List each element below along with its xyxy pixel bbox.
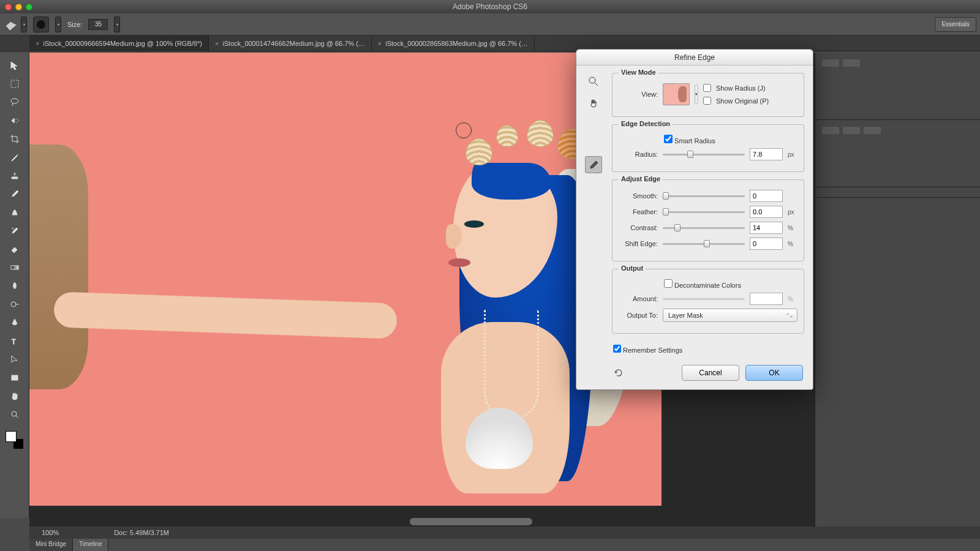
smooth-input[interactable] xyxy=(750,190,783,202)
refine-edge-dialog: Refine Edge View Mode View: ▾ Show Radiu… xyxy=(576,49,813,390)
dodge-tool-icon[interactable] xyxy=(6,296,24,312)
clone-stamp-tool-icon[interactable] xyxy=(6,204,24,220)
brush-tool-icon[interactable] xyxy=(6,186,24,202)
layers-panel[interactable] xyxy=(815,187,980,198)
zoom-tool-icon[interactable] xyxy=(6,407,24,422)
document-tab[interactable]: × iStock_000009666594Medium.jpg @ 100% (… xyxy=(29,36,209,51)
radius-slider[interactable] xyxy=(663,150,745,159)
color-panel[interactable] xyxy=(815,53,980,120)
shift-edge-label: Shift Edge: xyxy=(619,240,658,247)
edge-detection-group: Edge Detection Smart Radius Radius: px xyxy=(612,124,804,172)
document-canvas[interactable] xyxy=(29,53,662,506)
tool-preset-dropdown[interactable]: ▾ xyxy=(21,17,27,32)
radius-unit: px xyxy=(788,151,797,158)
horizontal-scrollbar[interactable] xyxy=(410,518,532,525)
view-label: View: xyxy=(619,91,658,98)
shift-edge-input[interactable] xyxy=(750,238,783,250)
history-brush-tool-icon[interactable] xyxy=(6,223,24,239)
tool-preset-icon[interactable] xyxy=(4,18,17,31)
rectangle-tool-icon[interactable] xyxy=(6,370,24,386)
image-content xyxy=(29,53,662,506)
show-original-checkbox[interactable]: Show Original (P) xyxy=(703,97,797,105)
shift-edge-slider[interactable] xyxy=(663,239,745,248)
zoom-tool-icon[interactable] xyxy=(585,73,602,90)
smooth-slider[interactable] xyxy=(663,192,745,200)
gradient-tool-icon[interactable] xyxy=(6,260,24,276)
dialog-tool-column xyxy=(585,73,606,381)
timeline-tab[interactable]: Timeline xyxy=(73,539,108,551)
output-group: Output Decontaminate Colors Amount: % Ou… xyxy=(612,269,804,334)
brush-preview[interactable] xyxy=(33,17,49,32)
output-to-select[interactable]: Layer Mask xyxy=(663,309,797,322)
workspace-switcher[interactable]: Essentials xyxy=(935,17,976,32)
quick-select-tool-icon[interactable] xyxy=(6,113,24,129)
right-panel-dock xyxy=(815,53,980,527)
feather-input[interactable] xyxy=(750,206,783,218)
path-select-tool-icon[interactable] xyxy=(6,351,24,367)
brush-size-input[interactable] xyxy=(88,19,108,30)
foreground-color[interactable] xyxy=(6,431,17,442)
radius-label: Radius: xyxy=(619,151,658,158)
feather-unit: px xyxy=(788,209,797,216)
lasso-tool-icon[interactable] xyxy=(6,94,24,110)
close-tab-icon[interactable]: × xyxy=(36,40,39,47)
view-mode-legend: View Mode xyxy=(619,69,658,76)
svg-point-1 xyxy=(11,99,18,103)
radius-input[interactable] xyxy=(750,148,783,160)
svg-rect-7 xyxy=(12,375,18,380)
contrast-slider[interactable] xyxy=(663,223,745,232)
view-mode-thumbnail[interactable] xyxy=(663,83,690,105)
feather-slider[interactable] xyxy=(663,208,745,216)
document-tab-label: iStock_000002865863Medium.jpg @ 66.7% (… xyxy=(385,40,528,47)
minimize-window-icon[interactable] xyxy=(15,4,22,10)
document-tab[interactable]: × iStock_000002865863Medium.jpg @ 66.7% … xyxy=(372,36,535,51)
svg-rect-4 xyxy=(11,266,18,269)
amount-unit: % xyxy=(788,296,797,302)
amount-slider xyxy=(663,294,745,303)
contrast-unit: % xyxy=(788,225,797,231)
refine-radius-tool-icon[interactable] xyxy=(585,156,602,173)
move-tool-icon[interactable] xyxy=(6,58,24,73)
close-window-icon[interactable] xyxy=(5,4,12,10)
zoom-window-icon[interactable] xyxy=(26,4,32,10)
pen-tool-icon[interactable] xyxy=(6,315,24,331)
remember-settings-checkbox[interactable]: Remember Settings xyxy=(613,345,682,354)
svg-rect-0 xyxy=(11,80,18,88)
smart-radius-checkbox[interactable]: Smart Radius xyxy=(664,135,715,144)
svg-rect-3 xyxy=(12,177,18,179)
blur-tool-icon[interactable] xyxy=(6,278,24,294)
footer-tabs: Mini Bridge Timeline xyxy=(29,539,108,551)
eraser-tool-icon[interactable] xyxy=(6,241,24,257)
document-tab[interactable]: × iStock_000014746662Medium.jpg @ 66.7% … xyxy=(209,36,372,51)
healing-brush-tool-icon[interactable] xyxy=(6,168,24,184)
amount-input xyxy=(750,293,783,305)
reset-icon[interactable] xyxy=(613,367,624,378)
hand-tool-icon[interactable] xyxy=(585,95,602,112)
shift-edge-unit: % xyxy=(788,241,797,247)
edge-detection-legend: Edge Detection xyxy=(619,120,673,127)
brush-size-dropdown[interactable]: ▾ xyxy=(114,17,120,32)
mini-bridge-tab[interactable]: Mini Bridge xyxy=(29,539,73,551)
zoom-level[interactable]: 100% xyxy=(42,529,59,536)
decontaminate-checkbox[interactable]: Decontaminate Colors xyxy=(664,279,741,289)
view-mode-dropdown[interactable]: ▾ xyxy=(695,84,698,104)
eyedropper-tool-icon[interactable] xyxy=(6,149,24,165)
type-tool-icon[interactable]: T xyxy=(6,333,24,349)
brush-preset-dropdown[interactable]: ▾ xyxy=(55,17,61,32)
crop-tool-icon[interactable] xyxy=(6,131,24,147)
hand-tool-icon[interactable] xyxy=(6,388,24,404)
adjust-edge-legend: Adjust Edge xyxy=(619,175,663,182)
contrast-input[interactable] xyxy=(750,222,783,234)
close-tab-icon[interactable]: × xyxy=(215,40,219,47)
color-swatches[interactable] xyxy=(6,431,24,449)
ok-button[interactable]: OK xyxy=(745,365,803,381)
doc-size: Doc: 5.49M/3.71M xyxy=(114,529,169,536)
close-tab-icon[interactable]: × xyxy=(378,40,382,47)
cancel-button[interactable]: Cancel xyxy=(682,365,739,381)
document-tab-label: iStock_000014746662Medium.jpg @ 66.7% (… xyxy=(222,40,365,47)
svg-point-8 xyxy=(12,411,17,416)
show-radius-checkbox[interactable]: Show Radius (J) xyxy=(703,84,797,92)
marquee-tool-icon[interactable] xyxy=(6,76,24,92)
adjustments-panel[interactable] xyxy=(815,120,980,187)
dialog-title[interactable]: Refine Edge xyxy=(576,50,813,66)
